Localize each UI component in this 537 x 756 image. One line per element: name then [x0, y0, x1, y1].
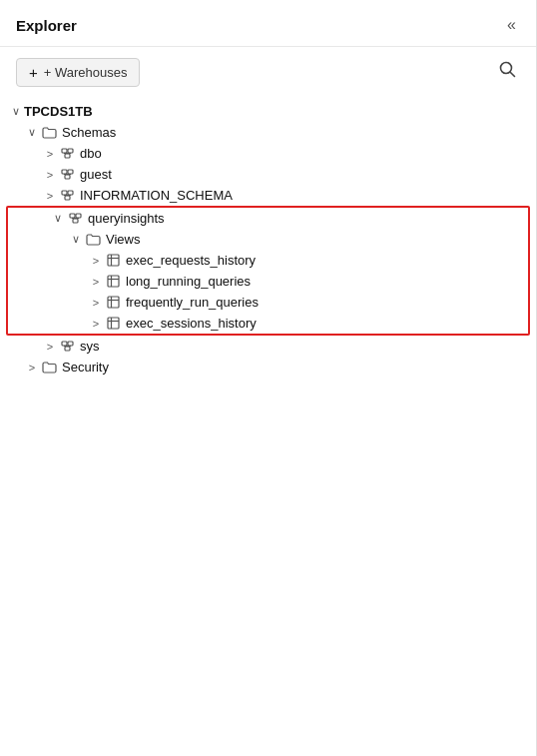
- tree-row-views[interactable]: Views: [8, 229, 528, 250]
- schema-icon-queryinsights: [66, 211, 84, 226]
- tree-node-tpcds1tb: TPCDS1TB Schemas: [0, 101, 536, 378]
- long-running-queries-label: long_running_queries: [126, 274, 251, 289]
- search-icon: [499, 61, 516, 78]
- chevron-sys: [42, 341, 58, 353]
- svg-rect-21: [76, 214, 81, 218]
- svg-rect-16: [65, 196, 70, 200]
- svg-rect-22: [73, 219, 78, 223]
- chevron-queryinsights: [50, 212, 66, 225]
- svg-rect-14: [62, 191, 67, 195]
- tree-row-sys[interactable]: sys: [0, 336, 536, 357]
- svg-rect-32: [108, 297, 119, 308]
- tree-row-queryinsights[interactable]: queryinsights: [8, 208, 528, 229]
- queryinsights-label: queryinsights: [88, 211, 165, 226]
- svg-rect-15: [68, 191, 73, 195]
- tree-row-guest[interactable]: guest: [0, 164, 536, 185]
- chevron-information-schema: [42, 190, 58, 202]
- explorer-panel: Explorer « + + Warehouses TPCDS1TB: [0, 0, 537, 756]
- svg-rect-3: [68, 149, 73, 153]
- chevron-tpcds1tb: [8, 105, 24, 118]
- exec-sessions-history-label: exec_sessions_history: [126, 316, 257, 331]
- view-icon-exec-sessions-history: [104, 316, 122, 331]
- svg-rect-29: [108, 276, 119, 287]
- chevron-dbo: [42, 148, 58, 160]
- search-button[interactable]: [495, 57, 520, 87]
- schema-icon-information-schema: [58, 188, 76, 203]
- svg-rect-39: [68, 342, 73, 346]
- view-icon-frequently-run-queries: [104, 295, 122, 310]
- dbo-label: dbo: [80, 146, 102, 161]
- chevron-frequently-run-queries: [88, 297, 104, 309]
- guest-label: guest: [80, 167, 112, 182]
- schema-icon-dbo: [58, 146, 76, 161]
- tpcds1tb-label: TPCDS1TB: [24, 104, 93, 119]
- tree-row-dbo[interactable]: dbo: [0, 143, 536, 164]
- tree-row-tpcds1tb[interactable]: TPCDS1TB: [0, 101, 536, 122]
- tree-row-exec-requests-history[interactable]: exec_requests_history: [8, 250, 528, 271]
- schema-icon-sys: [58, 339, 76, 354]
- views-label: Views: [106, 232, 140, 247]
- svg-rect-38: [62, 342, 67, 346]
- chevron-views: [68, 233, 84, 246]
- tree-row-security[interactable]: Security: [0, 357, 536, 378]
- toolbar: + + Warehouses: [0, 47, 536, 97]
- security-label: Security: [62, 360, 109, 375]
- frequently-run-queries-label: frequently_run_queries: [126, 295, 259, 310]
- folder-icon-views: [84, 232, 102, 247]
- svg-rect-26: [108, 255, 119, 266]
- chevron-exec-requests-history: [88, 255, 104, 267]
- svg-rect-4: [65, 154, 70, 158]
- folder-icon-schemas: [40, 125, 58, 140]
- chevron-schemas: [24, 126, 40, 139]
- add-warehouses-label: + Warehouses: [44, 65, 128, 80]
- highlight-box: queryinsights Views: [6, 206, 530, 336]
- add-warehouses-button[interactable]: + + Warehouses: [16, 58, 140, 87]
- sys-label: sys: [80, 339, 100, 354]
- svg-line-1: [510, 72, 514, 76]
- panel-header: Explorer «: [0, 0, 536, 47]
- tree-node-views: Views: [8, 229, 528, 334]
- collapse-button[interactable]: «: [503, 14, 520, 36]
- exec-requests-history-label: exec_requests_history: [126, 253, 256, 268]
- plus-icon: +: [29, 64, 38, 81]
- information-schema-label: INFORMATION_SCHEMA: [80, 188, 233, 203]
- svg-rect-8: [62, 170, 67, 174]
- panel-title: Explorer: [16, 17, 77, 34]
- tree-node-schemas: Schemas: [0, 122, 536, 357]
- tree-row-exec-sessions-history[interactable]: exec_sessions_history: [8, 313, 528, 334]
- chevron-exec-sessions-history: [88, 318, 104, 330]
- schemas-label: Schemas: [62, 125, 116, 140]
- tree-row-long-running-queries[interactable]: long_running_queries: [8, 271, 528, 292]
- folder-icon-security: [40, 360, 58, 375]
- svg-rect-9: [68, 170, 73, 174]
- tree-container: TPCDS1TB Schemas: [0, 97, 536, 756]
- svg-rect-40: [65, 347, 70, 351]
- svg-rect-35: [108, 318, 119, 329]
- tree-row-schemas[interactable]: Schemas: [0, 122, 536, 143]
- view-icon-exec-requests-history: [104, 253, 122, 268]
- chevron-guest: [42, 169, 58, 181]
- chevron-security: [24, 362, 40, 374]
- tree-row-information-schema[interactable]: INFORMATION_SCHEMA: [0, 185, 536, 206]
- chevron-long-running-queries: [88, 276, 104, 288]
- svg-rect-20: [70, 214, 75, 218]
- schema-icon-guest: [58, 167, 76, 182]
- svg-rect-2: [62, 149, 67, 153]
- view-icon-long-running-queries: [104, 274, 122, 289]
- svg-rect-10: [65, 175, 70, 179]
- tree-row-frequently-run-queries[interactable]: frequently_run_queries: [8, 292, 528, 313]
